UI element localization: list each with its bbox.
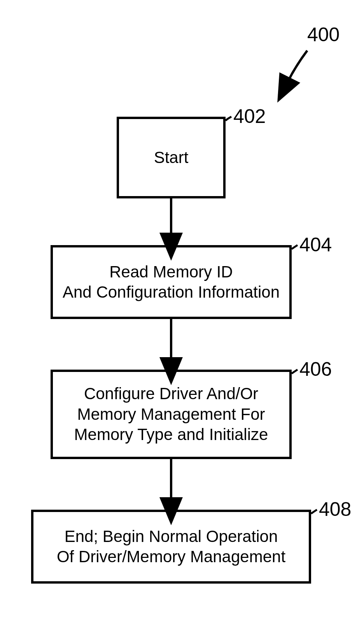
node-read: Read Memory IDAnd Configuration Informat… bbox=[51, 245, 292, 319]
node-configure-text: Configure Driver And/OrMemory Management… bbox=[74, 384, 268, 445]
leader-figure-arrow bbox=[288, 51, 307, 82]
node-start-text: Start bbox=[154, 147, 189, 168]
node-start: Start bbox=[117, 117, 226, 198]
node-read-text: Read Memory IDAnd Configuration Informat… bbox=[63, 262, 280, 303]
leader-406 bbox=[292, 370, 298, 374]
leader-408 bbox=[311, 510, 317, 514]
figure-number-label: 400 bbox=[307, 23, 340, 46]
node-configure: Configure Driver And/OrMemory Management… bbox=[51, 370, 292, 459]
leader-404 bbox=[292, 245, 298, 249]
leader-402 bbox=[226, 117, 231, 121]
flowchart-canvas: 400 Start 402 Read Memory IDAnd Configur… bbox=[0, 0, 364, 619]
node-read-label: 404 bbox=[299, 233, 332, 256]
node-end-text: End; Begin Normal OperationOf Driver/Mem… bbox=[57, 526, 285, 567]
node-end: End; Begin Normal OperationOf Driver/Mem… bbox=[31, 510, 311, 584]
node-start-label: 402 bbox=[233, 105, 266, 128]
node-end-label: 408 bbox=[319, 498, 351, 521]
node-configure-label: 406 bbox=[299, 358, 332, 381]
